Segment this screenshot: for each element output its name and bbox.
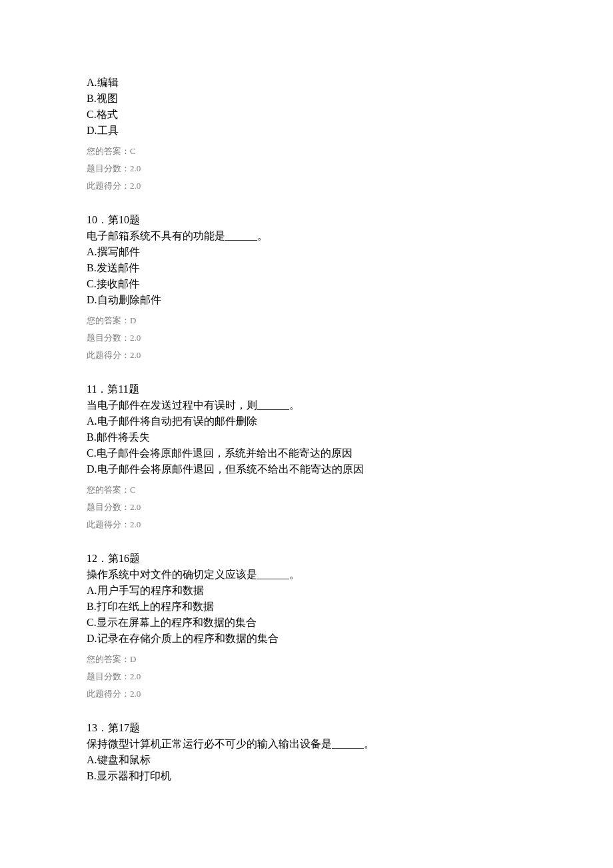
option-d: D.自动删除邮件 xyxy=(87,292,613,308)
page-content: A.编辑 B.视图 C.格式 D.工具 您的答案：C 题目分数：2.0 此题得分… xyxy=(0,0,613,841)
earned-score: 此题得分：2.0 xyxy=(87,347,613,364)
earned-score: 此题得分：2.0 xyxy=(87,685,613,703)
question-meta: 您的答案：D 题目分数：2.0 此题得分：2.0 xyxy=(87,651,613,703)
question-score: 题目分数：2.0 xyxy=(87,160,613,177)
question-meta: 您的答案：C 题目分数：2.0 此题得分：2.0 xyxy=(87,481,613,533)
option-b: B.发送邮件 xyxy=(87,260,613,276)
your-answer: 您的答案：C xyxy=(87,143,613,160)
option-a: A.用户手写的程序和数据 xyxy=(87,583,613,599)
question-stem: 当电子邮件在发送过程中有误时，则______。 xyxy=(87,397,613,413)
option-a: A.编辑 xyxy=(87,75,613,91)
question-stem: 电子邮箱系统不具有的功能是______。 xyxy=(87,228,613,244)
option-a: A.电子邮件将自动把有误的邮件删除 xyxy=(87,413,613,429)
question-block: 11．第11题 当电子邮件在发送过程中有误时，则______。 A.电子邮件将自… xyxy=(87,381,613,533)
question-header: 12．第16题 xyxy=(87,551,613,567)
question-stem: 保持微型计算机正常运行必不可少的输入输出设备是______。 xyxy=(87,736,613,752)
question-score: 题目分数：2.0 xyxy=(87,499,613,516)
earned-score: 此题得分：2.0 xyxy=(87,177,613,195)
question-block: A.编辑 B.视图 C.格式 D.工具 您的答案：C 题目分数：2.0 此题得分… xyxy=(87,75,613,195)
option-a: A.键盘和鼠标 xyxy=(87,752,613,768)
question-header: 11．第11题 xyxy=(87,381,613,397)
your-answer: 您的答案：D xyxy=(87,312,613,329)
question-block: 13．第17题 保持微型计算机正常运行必不可少的输入输出设备是______。 A… xyxy=(87,720,613,784)
question-block: 10．第10题 电子邮箱系统不具有的功能是______。 A.撰写邮件 B.发送… xyxy=(87,212,613,364)
earned-score: 此题得分：2.0 xyxy=(87,516,613,533)
question-score: 题目分数：2.0 xyxy=(87,668,613,685)
option-c: C.电子邮件会将原邮件退回，系统并给出不能寄达的原因 xyxy=(87,445,613,461)
option-b: B.显示器和打印机 xyxy=(87,768,613,784)
question-header: 10．第10题 xyxy=(87,212,613,228)
question-score: 题目分数：2.0 xyxy=(87,329,613,347)
option-c: C.显示在屏幕上的程序和数据的集合 xyxy=(87,615,613,631)
your-answer: 您的答案：D xyxy=(87,651,613,668)
question-block: 12．第16题 操作系统中对文件的确切定义应该是______。 A.用户手写的程… xyxy=(87,551,613,703)
option-b: B.邮件将丢失 xyxy=(87,429,613,445)
option-c: C.格式 xyxy=(87,107,613,123)
option-b: B.视图 xyxy=(87,91,613,107)
question-meta: 您的答案：D 题目分数：2.0 此题得分：2.0 xyxy=(87,312,613,364)
option-d: D.工具 xyxy=(87,123,613,139)
option-d: D.记录在存储介质上的程序和数据的集合 xyxy=(87,631,613,647)
option-a: A.撰写邮件 xyxy=(87,244,613,260)
your-answer: 您的答案：C xyxy=(87,481,613,499)
option-d: D.电子邮件会将原邮件退回，但系统不给出不能寄达的原因 xyxy=(87,461,613,477)
question-meta: 您的答案：C 题目分数：2.0 此题得分：2.0 xyxy=(87,143,613,195)
question-stem: 操作系统中对文件的确切定义应该是______。 xyxy=(87,567,613,583)
option-b: B.打印在纸上的程序和数据 xyxy=(87,599,613,615)
question-header: 13．第17题 xyxy=(87,720,613,736)
option-c: C.接收邮件 xyxy=(87,276,613,292)
